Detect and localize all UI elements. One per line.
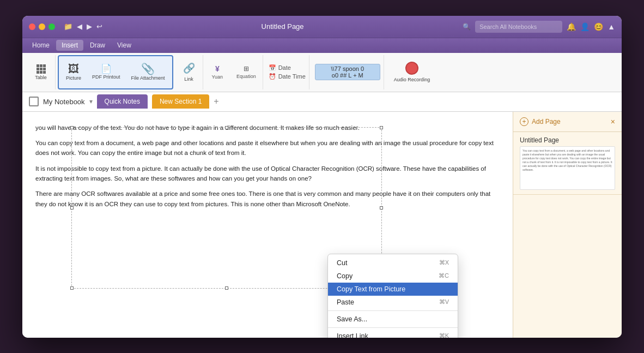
minimize-button[interactable] xyxy=(39,23,45,30)
date-row[interactable]: 📅 Date xyxy=(269,64,306,71)
cm-separator-2 xyxy=(328,327,458,328)
context-menu-copy[interactable]: Copy ⌘C xyxy=(328,270,458,283)
cut-shortcut: ⌘X xyxy=(439,259,449,266)
picture-label: Picture xyxy=(66,75,81,81)
formula-line1: \\77 spoon 0 xyxy=(320,65,375,72)
add-page-icon: + xyxy=(520,117,528,126)
page-content: you will have a copy of the text. You do… xyxy=(35,123,500,210)
content-para-4: There are many OCR softwares available a… xyxy=(35,189,500,209)
ribbon-group-equation: ¥ Yuan ⊞ Equation xyxy=(205,55,263,89)
folder-icon[interactable]: 📁 xyxy=(64,22,72,31)
copy-shortcut: ⌘C xyxy=(439,272,449,279)
date-icon: 📅 xyxy=(269,64,276,71)
audio-recording-label: Audio Recording xyxy=(394,77,430,82)
equation-label: Equation xyxy=(236,74,256,79)
ribbon-group-table: Table xyxy=(27,55,56,89)
back-icon[interactable]: ◀ xyxy=(77,22,82,31)
picture-button[interactable]: 🖼 Picture xyxy=(61,61,86,83)
section-new-section-1[interactable]: New Section 1 xyxy=(152,94,209,109)
formula-line2: o0 ## L + M xyxy=(320,72,375,79)
audio-recording-button[interactable]: Audio Recording xyxy=(390,59,435,85)
date-time-row[interactable]: ⏰ Date Time xyxy=(269,73,306,80)
table-icon xyxy=(37,64,46,74)
ribbon: Table 🖼 Picture 📄 PDF Printout 📎 File At… xyxy=(22,53,622,92)
media-buttons: 🖼 Picture 📄 PDF Printout 📎 File Attachme… xyxy=(61,61,170,83)
formula-box[interactable]: \\77 spoon 0 o0 ## L + M xyxy=(315,64,380,80)
insert-link-shortcut: ⌘K xyxy=(439,332,449,338)
close-button[interactable] xyxy=(29,23,35,30)
page-thumb-title: Untitled Page xyxy=(520,136,615,144)
link-button[interactable]: 🔗 Link xyxy=(179,61,199,83)
ribbon-group-media: 🖼 Picture 📄 PDF Printout 📎 File Attachme… xyxy=(58,55,173,89)
pdf-icon: 📄 xyxy=(101,64,112,73)
ribbon-group-datetime: 📅 Date ⏰ Date Time xyxy=(265,55,309,89)
ribbon-group-formula: \\77 spoon 0 o0 ## L + M xyxy=(312,55,384,89)
notifications-icon[interactable]: 🔔 xyxy=(567,22,576,31)
menu-view[interactable]: View xyxy=(112,40,137,51)
equation-button[interactable]: ⊞ Equation xyxy=(233,64,259,80)
yuan-button[interactable]: ¥ Yuan xyxy=(209,63,227,81)
picture-icon: 🖼 xyxy=(68,63,79,74)
window-title: Untitled Page xyxy=(107,22,458,31)
close-panel-button[interactable]: × xyxy=(611,117,615,126)
cm-separator-1 xyxy=(328,310,458,311)
datetime-icon: ⏰ xyxy=(269,73,276,80)
section-quick-notes[interactable]: Quick Notes xyxy=(97,94,148,109)
attachment-label: File Attachment xyxy=(131,75,165,81)
page-thumb-text: You can copy text from a document, a web… xyxy=(523,149,612,172)
menu-draw[interactable]: Draw xyxy=(84,40,111,51)
app-window: 📁 ◀ ▶ ↩ Untitled Page 🔍 🔔 👤 😊 ▲ Home Ins… xyxy=(22,16,622,338)
maximize-button[interactable] xyxy=(48,23,55,30)
save-as-label: Save As... xyxy=(337,315,367,323)
toolbar-icons: 📁 ◀ ▶ ↩ xyxy=(64,22,102,31)
title-bar: 📁 ◀ ▶ ↩ Untitled Page 🔍 🔔 👤 😊 ▲ xyxy=(22,16,622,38)
add-page-button[interactable]: + Add Page × xyxy=(513,112,622,132)
content-area: you will have a copy of the text. You do… xyxy=(22,112,622,338)
context-menu-cut[interactable]: Cut ⌘X xyxy=(328,256,458,270)
notebook-bar: My Notebook ▾ Quick Notes New Section 1 … xyxy=(22,92,622,112)
yuan-icon: ¥ xyxy=(215,64,220,73)
copy-text-label: Copy Text from Picture xyxy=(337,285,405,293)
account-icon[interactable]: 👤 xyxy=(580,22,590,31)
context-menu: Cut ⌘X Copy ⌘C Copy Text from Picture Pa… xyxy=(327,254,458,338)
link-label: Link xyxy=(184,76,193,82)
attachment-icon: 📎 xyxy=(141,63,155,74)
table-button[interactable]: Table xyxy=(30,62,52,83)
selection-handle-bl xyxy=(70,286,74,290)
undo-icon[interactable]: ↩ xyxy=(96,22,102,31)
menu-insert[interactable]: Insert xyxy=(56,40,83,51)
context-menu-paste[interactable]: Paste ⌘V xyxy=(328,296,458,309)
table-label: Table xyxy=(35,75,47,80)
ribbon-group-audio: Audio Recording xyxy=(386,55,438,89)
main-page: you will have a copy of the text. You do… xyxy=(22,112,513,338)
collapse-icon[interactable]: ▲ xyxy=(607,22,615,31)
context-menu-insert-link[interactable]: Insert Link ⌘K xyxy=(328,330,458,338)
content-para-1: you will have a copy of the text. You do… xyxy=(35,123,500,133)
search-icon: 🔍 xyxy=(463,23,471,31)
file-attachment-button[interactable]: 📎 File Attachment xyxy=(126,61,170,83)
add-section-button[interactable]: + xyxy=(214,97,218,106)
traffic-lights xyxy=(29,23,55,30)
forward-icon[interactable]: ▶ xyxy=(87,22,92,31)
paste-label: Paste xyxy=(337,298,354,306)
context-menu-save-as[interactable]: Save As... xyxy=(328,313,458,326)
notebook-name[interactable]: My Notebook xyxy=(43,98,85,106)
search-input[interactable] xyxy=(475,21,562,33)
record-icon xyxy=(405,62,418,75)
pdf-printout-button[interactable]: 📄 PDF Printout xyxy=(87,62,125,82)
menu-bar: Home Insert Draw View xyxy=(22,38,622,53)
insert-link-label: Insert Link xyxy=(337,332,368,338)
ribbon-group-link: 🔗 Link xyxy=(175,55,203,89)
account-circle-icon[interactable]: 😊 xyxy=(594,22,603,31)
copy-label: Copy xyxy=(337,272,353,280)
page-panel: + Add Page × Untitled Page You can copy … xyxy=(513,112,622,338)
notebook-chevron[interactable]: ▾ xyxy=(89,98,93,105)
content-para-2: You can copy text from a document, a web… xyxy=(35,138,500,158)
menu-home[interactable]: Home xyxy=(27,40,55,51)
equation-icon: ⊞ xyxy=(244,65,249,73)
context-menu-copy-text-from-picture[interactable]: Copy Text from Picture xyxy=(328,283,458,296)
equation-buttons: ¥ Yuan ⊞ Equation xyxy=(209,63,259,81)
page-thumbnail[interactable]: Untitled Page You can copy text from a d… xyxy=(513,132,622,195)
page-thumb-preview: You can copy text from a document, a web… xyxy=(520,146,615,190)
link-icon: 🔗 xyxy=(183,62,195,74)
